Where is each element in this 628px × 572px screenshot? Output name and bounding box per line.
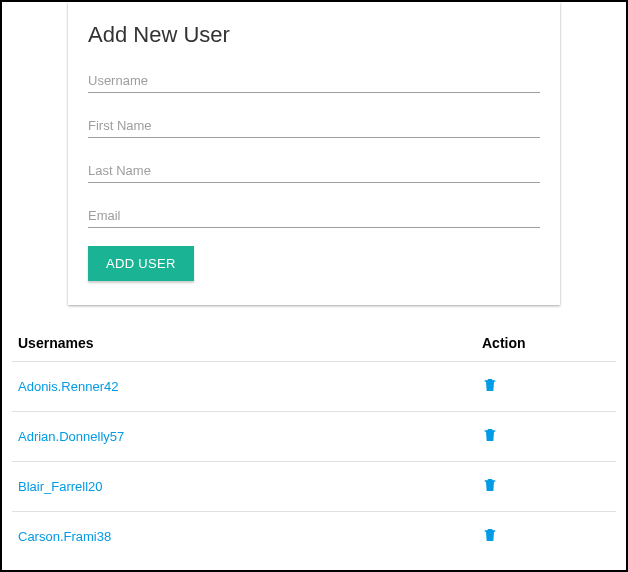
username-field-wrapper (88, 66, 540, 93)
page-container: Add New User Add User Usernames Action A… (2, 2, 626, 561)
username-link[interactable]: Adonis.Renner42 (18, 379, 118, 394)
first-name-input[interactable] (88, 111, 540, 138)
last-name-field-wrapper (88, 156, 540, 183)
email-input[interactable] (88, 201, 540, 228)
username-link[interactable]: Carson.Frami38 (18, 529, 111, 544)
add-user-button[interactable]: Add User (88, 246, 194, 281)
trash-icon[interactable] (482, 376, 498, 397)
last-name-input[interactable] (88, 156, 540, 183)
card-title: Add New User (88, 22, 540, 48)
trash-icon[interactable] (482, 476, 498, 497)
username-link[interactable]: Blair_Farrell20 (18, 479, 103, 494)
table-row: Blair_Farrell20 (12, 462, 616, 512)
table-row: Adrian.Donnelly57 (12, 412, 616, 462)
table-row: Adonis.Renner42 (12, 362, 616, 412)
trash-icon[interactable] (482, 526, 498, 547)
username-link[interactable]: Adrian.Donnelly57 (18, 429, 124, 444)
first-name-field-wrapper (88, 111, 540, 138)
username-input[interactable] (88, 66, 540, 93)
users-table: Usernames Action Adonis.Renner42Adrian.D… (12, 325, 616, 561)
table-row: Carson.Frami38 (12, 512, 616, 562)
action-header: Action (476, 325, 616, 362)
usernames-header: Usernames (12, 325, 476, 362)
email-field-wrapper (88, 201, 540, 228)
add-user-card: Add New User Add User (68, 2, 560, 305)
trash-icon[interactable] (482, 426, 498, 447)
